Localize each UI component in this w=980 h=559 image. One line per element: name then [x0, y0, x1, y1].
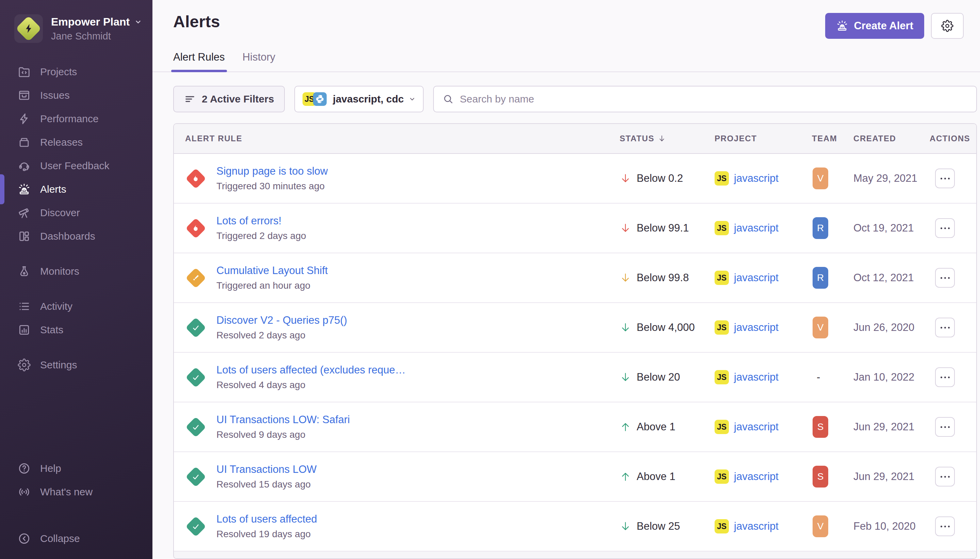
stats-icon: [18, 323, 31, 336]
collapse-icon: [18, 532, 31, 545]
sidebar-item-help[interactable]: Help: [0, 456, 152, 480]
javascript-icon: JS: [714, 370, 729, 384]
column-header-actions[interactable]: ACTIONS: [930, 134, 976, 143]
row-actions-button[interactable]: [935, 318, 955, 337]
sidebar-item-issues[interactable]: Issues: [0, 83, 152, 107]
column-header-project[interactable]: PROJECT: [714, 134, 812, 143]
table-header: ALERT RULESTATUSPROJECTTEAMCREATEDACTION…: [174, 124, 976, 154]
gear-icon: [941, 20, 954, 32]
sidebar-footer: HelpWhat's new: [0, 456, 152, 503]
search-input[interactable]: [460, 93, 967, 105]
project-link[interactable]: javascript: [734, 470, 779, 483]
alert-rule-subtitle: Triggered 30 minutes ago: [216, 181, 328, 192]
sidebar-item-label: Performance: [40, 113, 99, 125]
trend-down-icon: [620, 173, 631, 184]
alert-rule-link[interactable]: Lots of errors!: [216, 215, 306, 227]
project-filter-label: javascript, cdc: [333, 93, 404, 105]
sidebar-item-activity[interactable]: Activity: [0, 294, 152, 318]
status-text: Below 99.1: [637, 222, 689, 234]
sidebar-item-label: Alerts: [40, 184, 66, 195]
alert-rule-link[interactable]: Lots of users affected: [216, 513, 317, 525]
filter-lines-icon: [184, 93, 196, 105]
row-actions-button[interactable]: [935, 367, 955, 387]
tab-alert-rules[interactable]: Alert Rules: [173, 51, 225, 71]
table-footer: [174, 551, 976, 558]
project-link[interactable]: javascript: [734, 172, 779, 185]
alert-rule-link[interactable]: Cumulative Layout Shift: [216, 265, 328, 277]
column-header-created[interactable]: CREATED: [853, 134, 930, 143]
sidebar-item-alerts[interactable]: Alerts: [0, 177, 152, 201]
row-actions-button[interactable]: [935, 169, 955, 188]
sidebar-item-label: Projects: [40, 66, 77, 78]
sidebar-item-what-s-new[interactable]: What's new: [0, 480, 152, 503]
team-cell: V: [812, 317, 853, 338]
sidebar-item-monitors[interactable]: Monitors: [0, 260, 152, 283]
sidebar-item-releases[interactable]: Releases: [0, 131, 152, 154]
team-cell: R: [812, 267, 853, 289]
row-actions-button[interactable]: [935, 268, 955, 288]
sidebar-item-label: Monitors: [40, 266, 79, 277]
python-icon: [313, 92, 327, 106]
status-cell: Below 25: [620, 520, 714, 533]
column-header-team[interactable]: TEAM: [812, 134, 853, 143]
sidebar-item-discover[interactable]: Discover: [0, 201, 152, 224]
row-actions-button[interactable]: [935, 467, 955, 486]
siren-icon: [836, 20, 848, 32]
created-cell: May 29, 2021: [853, 172, 930, 185]
sidebar-item-settings[interactable]: Settings: [0, 353, 152, 377]
chevron-down-icon: [409, 94, 416, 104]
table-body: Signup page is too slow Triggered 30 min…: [174, 154, 976, 551]
alert-rule-link[interactable]: UI Transactions LOW: Safari: [216, 413, 350, 426]
alert-settings-button[interactable]: [931, 13, 964, 39]
active-filters-button[interactable]: 2 Active Filters: [173, 86, 285, 112]
project-cell: JS javascript: [714, 271, 812, 285]
collapse-label: Collapse: [40, 533, 80, 544]
project-link[interactable]: javascript: [734, 421, 779, 433]
resolved-status-icon: [185, 417, 206, 437]
sidebar-item-label: Settings: [40, 359, 77, 371]
project-cell: JS javascript: [714, 370, 812, 384]
project-link[interactable]: javascript: [734, 371, 779, 383]
trend-down-icon: [620, 521, 631, 532]
project-link[interactable]: javascript: [734, 321, 779, 334]
column-header-status[interactable]: STATUS: [620, 134, 714, 143]
table-row: Lots of users affected Resolved 19 days …: [174, 502, 976, 551]
sidebar-item-user-feedback[interactable]: User Feedback: [0, 154, 152, 177]
row-actions-button[interactable]: [935, 516, 955, 536]
alert-rule-subtitle: Resolved 15 days ago: [216, 479, 317, 490]
table-row: UI Transactions LOW Resolved 15 days ago…: [174, 452, 976, 502]
alert-rule-link[interactable]: UI Transactions LOW: [216, 463, 317, 476]
org-name: Empower Plant: [51, 16, 130, 28]
filter-row: 2 Active Filters JS javascript, cdc: [173, 86, 977, 112]
trend-down-icon: [620, 322, 631, 333]
alert-rule-link[interactable]: Signup page is too slow: [216, 165, 328, 177]
status-cell: Below 99.8: [620, 272, 714, 284]
project-link[interactable]: javascript: [734, 222, 779, 234]
sidebar-item-performance[interactable]: Performance: [0, 107, 152, 131]
sidebar-collapse-button[interactable]: Collapse: [0, 527, 152, 550]
create-alert-label: Create Alert: [854, 20, 913, 32]
trend-down-icon: [620, 371, 631, 383]
project-cell: JS javascript: [714, 470, 812, 484]
project-link[interactable]: javascript: [734, 520, 779, 533]
javascript-icon: JS: [714, 420, 729, 434]
team-badge: S: [813, 466, 828, 488]
row-actions-button[interactable]: [935, 417, 955, 437]
project-link[interactable]: javascript: [734, 272, 779, 284]
sidebar-nav: ProjectsIssuesPerformanceReleasesUser Fe…: [0, 60, 152, 388]
sidebar-item-dashboards[interactable]: Dashboards: [0, 224, 152, 248]
create-alert-button[interactable]: Create Alert: [825, 13, 924, 39]
org-switcher[interactable]: Empower Plant Jane Schmidt: [0, 10, 152, 46]
sidebar-item-projects[interactable]: Projects: [0, 60, 152, 83]
alert-rule-link[interactable]: Discover V2 - Queries p75(): [216, 314, 347, 326]
sidebar-item-stats[interactable]: Stats: [0, 318, 152, 341]
alert-rule-link[interactable]: Lots of users affected (excludes reque…: [216, 364, 406, 376]
dashboards-icon: [18, 230, 31, 243]
row-actions-button[interactable]: [935, 218, 955, 238]
tab-history[interactable]: History: [243, 51, 275, 71]
alert-rule-subtitle: Resolved 9 days ago: [216, 429, 350, 440]
performance-icon: [18, 112, 31, 125]
column-header-alert-rule[interactable]: ALERT RULE: [174, 134, 620, 143]
project-filter-dropdown[interactable]: JS javascript, cdc: [294, 86, 424, 112]
page-title: Alerts: [173, 12, 220, 31]
